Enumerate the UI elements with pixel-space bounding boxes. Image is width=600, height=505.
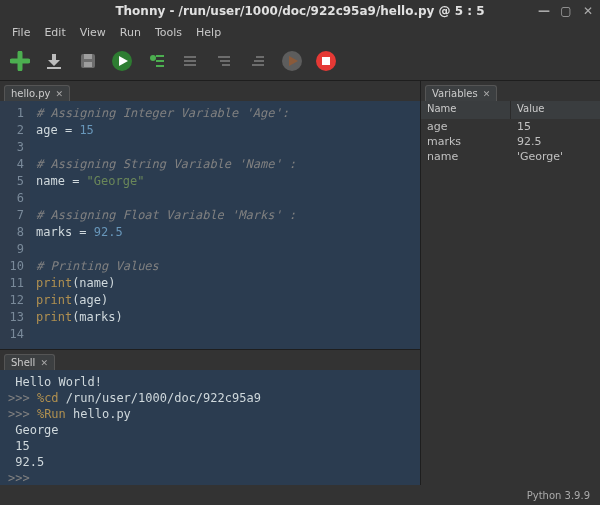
svg-rect-20: [322, 57, 330, 65]
svg-rect-15: [256, 56, 264, 58]
svg-rect-8: [156, 65, 164, 67]
editor-tab-label: hello.py: [11, 88, 50, 99]
minimize-icon[interactable]: —: [538, 4, 550, 18]
variable-row[interactable]: age15: [421, 119, 600, 134]
svg-rect-9: [184, 56, 196, 58]
variable-name: name: [421, 150, 511, 163]
run-icon[interactable]: [108, 47, 136, 75]
svg-point-5: [150, 55, 156, 61]
variable-value: 92.5: [511, 135, 600, 148]
window-controls: — ▢ ✕: [538, 4, 594, 18]
shell-output[interactable]: Hello World!>>> %cd /run/user/1000/doc/9…: [0, 370, 420, 485]
svg-rect-0: [47, 67, 61, 69]
svg-rect-10: [184, 60, 196, 62]
code-area[interactable]: # Assigning Integer Variable 'Age':age =…: [30, 101, 420, 349]
debug-icon[interactable]: [142, 47, 170, 75]
main-area: hello.py ✕ 1234567891011121314 # Assigni…: [0, 80, 600, 485]
interpreter-label[interactable]: Python 3.9.9: [527, 490, 590, 501]
close-icon[interactable]: ✕: [582, 4, 594, 18]
variable-row[interactable]: marks92.5: [421, 134, 600, 149]
shell-tabrow: Shell ✕: [0, 350, 420, 370]
editor-tabrow: hello.py ✕: [0, 81, 420, 101]
svg-rect-14: [222, 64, 230, 66]
line-gutter: 1234567891011121314: [0, 101, 30, 349]
variables-body: age15marks92.5name'George': [421, 119, 600, 485]
variable-row[interactable]: name'George': [421, 149, 600, 164]
svg-rect-17: [252, 64, 264, 66]
menu-file[interactable]: File: [6, 24, 36, 41]
editor-tab[interactable]: hello.py ✕: [4, 85, 70, 101]
menu-edit[interactable]: Edit: [38, 24, 71, 41]
variables-col-value[interactable]: Value: [511, 101, 550, 119]
save-icon[interactable]: [74, 47, 102, 75]
toolbar: [0, 42, 600, 80]
close-shell-icon[interactable]: ✕: [40, 358, 48, 368]
close-variables-icon[interactable]: ✕: [483, 89, 491, 99]
svg-rect-2: [84, 54, 92, 59]
variable-value: 'George': [511, 150, 600, 163]
step-out-icon[interactable]: [244, 47, 272, 75]
variables-header: Name Value: [421, 101, 600, 119]
step-over-icon[interactable]: [176, 47, 204, 75]
new-icon[interactable]: [6, 47, 34, 75]
shell-panel: Shell ✕ Hello World!>>> %cd /run/user/10…: [0, 349, 420, 485]
variables-panel: Variables ✕ Name Value age15marks92.5nam…: [420, 81, 600, 485]
variables-tab[interactable]: Variables ✕: [425, 85, 497, 101]
svg-rect-13: [220, 60, 230, 62]
svg-rect-3: [84, 62, 92, 67]
close-tab-icon[interactable]: ✕: [55, 89, 63, 99]
statusbar: Python 3.9.9: [0, 485, 600, 505]
menu-tools[interactable]: Tools: [149, 24, 188, 41]
svg-rect-7: [156, 60, 164, 62]
svg-rect-11: [184, 64, 196, 66]
left-column: hello.py ✕ 1234567891011121314 # Assigni…: [0, 81, 420, 485]
variables-tabrow: Variables ✕: [421, 81, 600, 101]
maximize-icon[interactable]: ▢: [560, 4, 572, 18]
svg-rect-6: [156, 55, 164, 57]
open-icon[interactable]: [40, 47, 68, 75]
step-into-icon[interactable]: [210, 47, 238, 75]
titlebar: Thonny - /run/user/1000/doc/922c95a9/hel…: [0, 0, 600, 22]
variable-name: marks: [421, 135, 511, 148]
stop-icon[interactable]: [312, 47, 340, 75]
variables-tab-label: Variables: [432, 88, 478, 99]
variable-name: age: [421, 120, 511, 133]
svg-rect-16: [254, 60, 264, 62]
shell-tab[interactable]: Shell ✕: [4, 354, 55, 370]
shell-tab-label: Shell: [11, 357, 35, 368]
variables-col-name[interactable]: Name: [421, 101, 511, 119]
menu-run[interactable]: Run: [114, 24, 147, 41]
resume-icon[interactable]: [278, 47, 306, 75]
code-editor[interactable]: 1234567891011121314 # Assigning Integer …: [0, 101, 420, 349]
svg-rect-12: [218, 56, 230, 58]
menu-view[interactable]: View: [74, 24, 112, 41]
window-title: Thonny - /run/user/1000/doc/922c95a9/hel…: [115, 4, 484, 18]
menu-help[interactable]: Help: [190, 24, 227, 41]
menubar: FileEditViewRunToolsHelp: [0, 22, 600, 42]
variable-value: 15: [511, 120, 600, 133]
